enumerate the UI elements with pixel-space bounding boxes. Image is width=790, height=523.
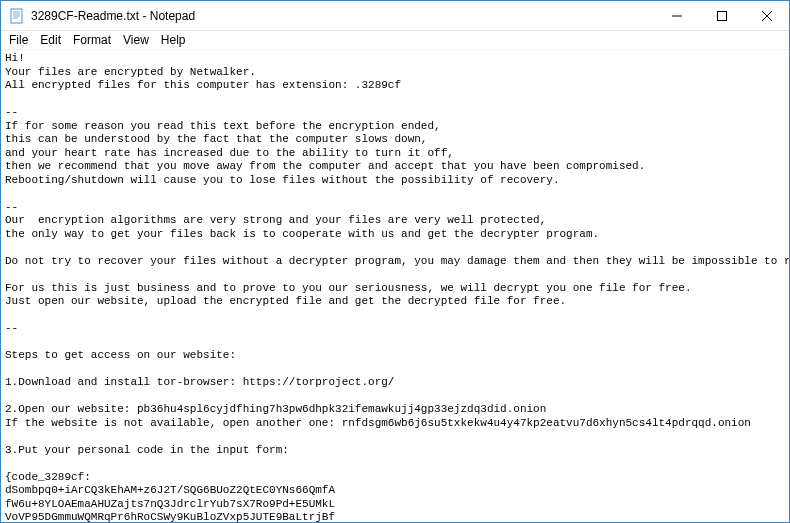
minimize-button[interactable] [654, 1, 699, 30]
svg-rect-6 [717, 11, 726, 20]
menu-help[interactable]: Help [155, 32, 192, 48]
titlebar: 3289CF-Readme.txt - Notepad [1, 1, 789, 31]
notepad-window: 3289CF-Readme.txt - Notepad File Edit Fo… [0, 0, 790, 523]
notepad-icon [9, 8, 25, 24]
menu-file[interactable]: File [3, 32, 34, 48]
menu-view[interactable]: View [117, 32, 155, 48]
menubar: File Edit Format View Help [1, 31, 789, 50]
menu-format[interactable]: Format [67, 32, 117, 48]
text-area[interactable]: Hi! Your files are encrypted by Netwalke… [1, 50, 789, 522]
menu-edit[interactable]: Edit [34, 32, 67, 48]
window-controls [654, 1, 789, 30]
close-button[interactable] [744, 1, 789, 30]
window-title: 3289CF-Readme.txt - Notepad [31, 9, 654, 23]
maximize-button[interactable] [699, 1, 744, 30]
